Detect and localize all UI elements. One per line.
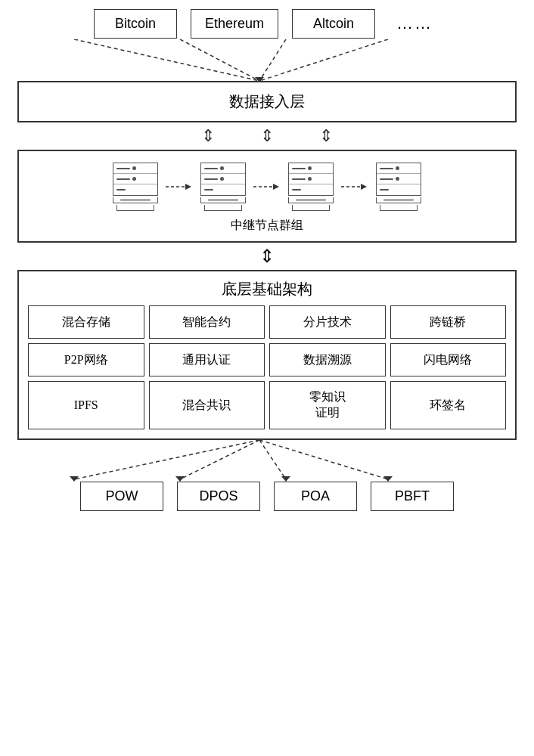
- infra-grid: 混合存储 智能合约 分片技术 跨链桥 P2P网络 通用认证 数据溯源 闪电网络 …: [19, 305, 515, 438]
- top-dashed-lines-svg: [17, 39, 517, 81]
- data-access-layer: 数据接入层: [17, 81, 517, 122]
- relay-arrow-3: [341, 180, 368, 194]
- svg-line-11: [74, 440, 259, 479]
- svg-marker-16: [175, 476, 185, 482]
- infra-cell-5: 通用认证: [149, 343, 265, 376]
- consensus-dpos: DPOS: [177, 482, 260, 511]
- svg-line-12: [180, 440, 259, 479]
- server-4: [376, 163, 421, 211]
- source-altcoin: Altcoin: [292, 9, 375, 39]
- infra-cell-4: P2P网络: [28, 343, 144, 376]
- infra-cell-3: 跨链桥: [390, 305, 507, 339]
- infra-cell-10: 零知识 证明: [269, 381, 386, 429]
- bottom-dashed-lines-svg: [17, 440, 517, 482]
- infra-cell-7: 闪电网络: [390, 343, 507, 376]
- infra-cell-8: IPFS: [28, 381, 144, 429]
- arrow-2: ⇕: [260, 126, 274, 146]
- source-bitcoin: Bitcoin: [94, 9, 177, 39]
- infra-cell-11: 环签名: [390, 381, 507, 429]
- infra-cell-0: 混合存储: [28, 305, 144, 339]
- source-layer: Bitcoin Ethereum Altcoin ……: [94, 8, 440, 39]
- svg-line-0: [74, 39, 259, 81]
- svg-marker-8: [273, 184, 279, 190]
- relay-nodes-content: [19, 151, 515, 215]
- infra-layer: 底层基础架构 混合存储 智能合约 分片技术 跨链桥 P2P网络 通用认证 数据溯…: [17, 270, 517, 440]
- infra-cell-1: 智能合约: [149, 305, 265, 339]
- infra-title: 底层基础架构: [19, 271, 515, 305]
- source-ethereum: Ethereum: [191, 9, 278, 39]
- server-1: [113, 163, 158, 211]
- relay-label: 中继节点群组: [19, 215, 515, 241]
- svg-marker-18: [383, 476, 393, 482]
- consensus-pow: POW: [80, 482, 163, 511]
- svg-marker-17: [281, 476, 290, 482]
- consensus-layer: POW DPOS POA PBFT: [80, 482, 454, 511]
- architecture-diagram: Bitcoin Ethereum Altcoin …… 数据接入层 ⇕ ⇕ ⇕: [17, 8, 517, 511]
- arrow-3: ⇕: [319, 126, 333, 146]
- source-more: ……: [389, 8, 440, 39]
- relay-arrow-1: [166, 180, 193, 194]
- svg-marker-6: [185, 184, 191, 190]
- relay-layer: 中继节点群组: [17, 150, 517, 243]
- infra-cell-9: 混合共识: [149, 381, 265, 429]
- svg-line-14: [259, 440, 388, 479]
- consensus-poa: POA: [274, 482, 357, 511]
- svg-line-13: [259, 440, 286, 479]
- infra-cell-2: 分片技术: [269, 305, 386, 339]
- server-2: [200, 163, 246, 211]
- server-3: [288, 163, 334, 211]
- svg-marker-10: [361, 184, 367, 190]
- svg-line-3: [259, 39, 388, 81]
- infra-cell-6: 数据溯源: [269, 343, 386, 376]
- relay-infra-connector: ⇕: [259, 243, 275, 270]
- data-access-title: 数据接入层: [19, 82, 515, 121]
- double-arrow-relay-infra: ⇕: [259, 246, 275, 267]
- layer-connectors: ⇕ ⇕ ⇕: [201, 122, 333, 150]
- relay-arrow-2: [253, 180, 281, 194]
- arrow-1: ⇕: [201, 126, 215, 146]
- consensus-pbft: PBFT: [371, 482, 454, 511]
- svg-line-2: [259, 39, 286, 81]
- svg-line-1: [180, 39, 259, 81]
